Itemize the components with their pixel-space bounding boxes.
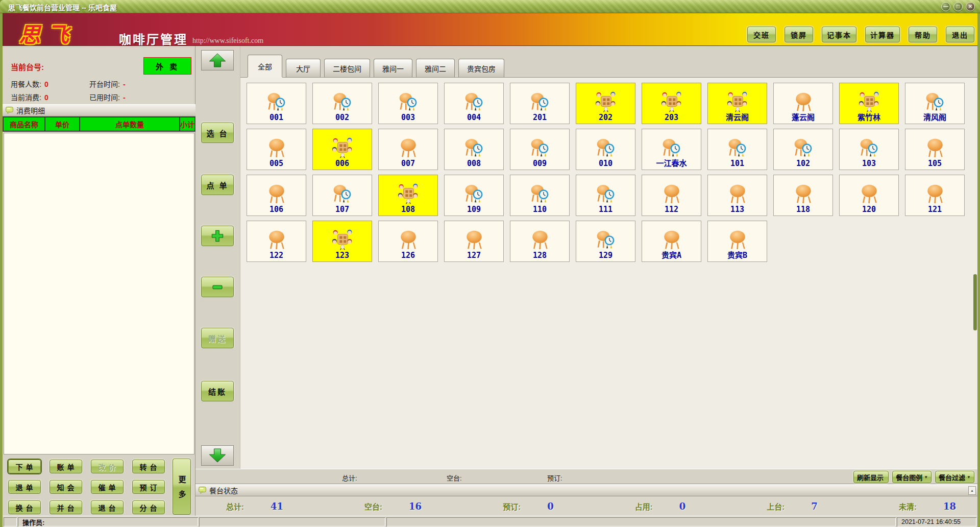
table-name: 清风阁 [923, 113, 946, 122]
summary-button[interactable]: 刷新显示 [853, 471, 889, 483]
section-scroll-button[interactable]: ▲ [968, 486, 976, 495]
action-button[interactable]: 下 单 [8, 460, 41, 473]
table-cell[interactable]: 123 [312, 221, 372, 262]
table-cell[interactable]: 128 [510, 221, 570, 262]
table-cell[interactable]: 203 [642, 83, 701, 124]
grid-scrollbar-thumb[interactable] [973, 274, 977, 330]
summary-button[interactable]: 餐台过滤▼ [935, 471, 974, 483]
more-button[interactable]: 更多 [173, 459, 191, 515]
header-button[interactable]: 锁屏 [785, 27, 813, 42]
scroll-up-button[interactable] [201, 50, 234, 70]
table-cell[interactable]: 贵宾A [642, 221, 701, 262]
table-cell[interactable]: 113 [707, 175, 767, 216]
timestamp: 2021-07-21 16:40:55 [901, 518, 961, 525]
table-name: 004 [467, 113, 481, 122]
table-cell[interactable]: 002 [312, 83, 372, 124]
table-cell[interactable]: 127 [444, 221, 504, 262]
action-button[interactable]: 并 台 [50, 500, 82, 514]
takeout-button[interactable]: 外 卖 [143, 57, 191, 75]
action-button[interactable]: 账 单 [50, 460, 82, 473]
vertical-toolbar: 选 台 点 单 赠送 结账 [195, 46, 240, 469]
action-button[interactable]: 换 台 [8, 500, 41, 514]
subtract-button[interactable] [201, 277, 234, 297]
table-cell[interactable]: 007 [378, 129, 438, 170]
summary-total-label: 总计: [342, 473, 357, 483]
action-button[interactable]: 分 台 [132, 500, 165, 514]
order-button[interactable]: 点 单 [201, 175, 234, 195]
table-cell[interactable]: 106 [247, 175, 306, 216]
table-cell[interactable]: 120 [839, 175, 899, 216]
detail-column-header[interactable]: 单价 [45, 117, 79, 131]
tables-content: 全部大厅二楼包间雅间一雅间二贵宾包房 [240, 46, 977, 469]
zone-tab[interactable]: 雅间一 [374, 59, 412, 77]
detail-column-header[interactable]: 商品名称 [4, 117, 44, 131]
scroll-down-button[interactable] [201, 445, 234, 466]
header-button[interactable]: 退出 [946, 27, 974, 42]
minimize-button[interactable]: — [941, 2, 950, 11]
table-cell[interactable]: 201 [510, 83, 570, 124]
table-name: 121 [928, 205, 942, 214]
stat-label: 空台: [364, 501, 382, 512]
zone-tab[interactable]: 雅间二 [416, 59, 455, 77]
header-button[interactable]: 交班 [747, 27, 776, 42]
detail-column-header[interactable]: 小计 [180, 117, 194, 131]
maximize-button[interactable]: □ [953, 2, 963, 11]
zone-tab[interactable]: 大厅 [286, 59, 321, 77]
detail-list-body[interactable] [4, 133, 194, 454]
empty-table-icon [922, 136, 948, 159]
zone-tab[interactable]: 全部 [248, 55, 282, 77]
action-button[interactable]: 催 单 [91, 480, 124, 494]
table-cell[interactable]: 清云阁 [707, 83, 767, 124]
action-button[interactable]: 退 台 [91, 500, 124, 514]
table-cell[interactable]: 129 [576, 221, 635, 262]
gift-button[interactable]: 赠送 [201, 328, 234, 348]
table-cell[interactable]: 005 [247, 129, 306, 170]
table-cell[interactable]: 003 [378, 83, 438, 124]
select-table-button[interactable]: 选 台 [201, 123, 234, 143]
table-cell[interactable]: 006 [312, 129, 372, 170]
zone-tab[interactable]: 贵宾包房 [458, 59, 504, 77]
action-button[interactable]: 知 会 [50, 480, 82, 494]
table-cell[interactable]: 紫竹林 [839, 83, 899, 124]
table-cell[interactable]: 111 [576, 175, 635, 216]
summary-button[interactable]: 餐台图例▼ [892, 471, 932, 483]
table-cell[interactable]: 122 [247, 221, 306, 262]
table-cell[interactable]: 110 [510, 175, 570, 216]
zone-tab[interactable]: 二楼包间 [324, 59, 370, 77]
table-cell[interactable]: 108 [378, 175, 438, 216]
table-cell[interactable]: 004 [444, 83, 504, 124]
action-button[interactable]: 转 台 [132, 460, 165, 473]
add-button[interactable] [201, 226, 234, 246]
table-cell[interactable]: 126 [378, 221, 438, 262]
table-cell[interactable]: 118 [773, 175, 833, 216]
action-button[interactable]: 改 价 [91, 460, 124, 473]
action-button[interactable]: 退 单 [8, 480, 41, 494]
table-cell[interactable]: 112 [642, 175, 701, 216]
table-name: 贵宾B [727, 251, 747, 260]
table-cell[interactable]: 一江春水 [642, 129, 701, 170]
action-button[interactable]: 预 订 [132, 480, 165, 494]
table-cell[interactable]: 蓬云阁 [773, 83, 833, 124]
table-cell[interactable]: 贵宾B [707, 221, 767, 262]
header-button[interactable]: 计算器 [865, 27, 900, 42]
table-cell[interactable]: 008 [444, 129, 504, 170]
table-cell[interactable]: 010 [576, 129, 635, 170]
table-cell[interactable]: 202 [576, 83, 635, 124]
window-titlebar[interactable]: 思飞餐饮前台营业管理 -- 乐吧食屋 — □ ✕ [0, 0, 980, 13]
detail-column-header[interactable]: 点单数量 [80, 117, 179, 131]
table-cell[interactable]: 001 [247, 83, 306, 124]
stat-value: 0 [547, 501, 554, 512]
close-button[interactable]: ✕ [966, 2, 975, 11]
header-button[interactable]: 记事本 [822, 27, 856, 42]
table-cell[interactable]: 109 [444, 175, 504, 216]
table-cell[interactable]: 107 [312, 175, 372, 216]
header-button[interactable]: 帮助 [909, 27, 937, 42]
checkout-button[interactable]: 结账 [201, 381, 234, 401]
table-cell[interactable]: 103 [839, 129, 899, 170]
table-cell[interactable]: 101 [707, 129, 767, 170]
table-cell[interactable]: 105 [905, 129, 965, 170]
table-cell[interactable]: 清风阁 [905, 83, 965, 124]
table-cell[interactable]: 121 [905, 175, 965, 216]
table-cell[interactable]: 102 [773, 129, 833, 170]
table-cell[interactable]: 009 [510, 129, 570, 170]
